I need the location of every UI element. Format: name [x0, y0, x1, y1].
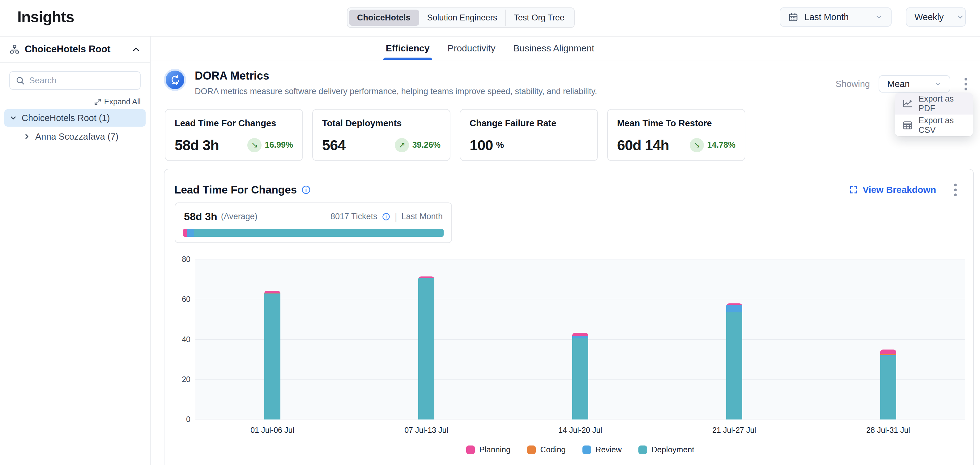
lead-time-chart — [196, 259, 965, 420]
gridline-60 — [196, 299, 965, 299]
metric-card-title: Total Deployments — [322, 118, 441, 128]
tree-node-label: Anna Scozzafava (7) — [35, 131, 118, 142]
tab-productivity[interactable]: Productivity — [447, 37, 495, 60]
dora-sprint-icon — [164, 69, 186, 91]
chevron-right-icon[interactable] — [23, 133, 31, 141]
legend-item-review: Review — [582, 445, 622, 454]
bar-segment-review — [572, 336, 588, 339]
legend-item-deployment: Deployment — [638, 445, 694, 454]
metric-card-value: 100 — [469, 136, 493, 153]
chart-x-axis: 01 Jul-06 Jul07 Jul-13 Jul14 Jul-20 Jul2… — [196, 426, 965, 435]
sidebar-title: ChoiceHotels Root — [25, 44, 126, 55]
stacked-bar[interactable] — [726, 304, 742, 420]
export-menu: Export as PDFExport as CSV — [895, 93, 973, 136]
metric-card: Total Deployments564↗39.26% — [312, 109, 450, 161]
main-area: EfficiencyProductivityBusiness Alignment — [151, 37, 980, 465]
chart-export-icon — [902, 99, 913, 109]
bar-segment-review — [726, 305, 742, 313]
view-breakdown-button[interactable]: View Breakdown — [849, 184, 936, 195]
legend-swatch — [582, 446, 591, 454]
top-bar: Insights ChoiceHotelsSolution EngineersT… — [0, 0, 980, 37]
tree-node[interactable]: ChoiceHotels Root (1) — [4, 109, 146, 126]
legend-label: Coding — [540, 445, 565, 454]
info-icon[interactable] — [301, 185, 311, 195]
stacked-bar[interactable] — [880, 350, 896, 420]
bar-segment-deployment — [264, 294, 280, 420]
y-tick-label: 0 — [186, 415, 191, 424]
stacked-bar[interactable] — [572, 333, 588, 420]
org-tree-sidebar: ChoiceHotels Root Expand All — [0, 37, 151, 465]
top-right-controls: Last Month Weekly — [780, 8, 966, 27]
dora-metrics-header: DORA Metrics DORA metrics measure softwa… — [164, 69, 597, 96]
date-range-select[interactable]: Last Month — [780, 8, 892, 27]
metric-card-title: Lead Time For Changes — [175, 118, 293, 128]
metric-delta-value: 14.78% — [707, 140, 735, 150]
expand-all-label: Expand All — [104, 97, 141, 106]
phase-segment-planning — [183, 229, 187, 237]
trend-down-icon: ↘ — [247, 138, 261, 152]
metric-card: Mean Time To Restore60d 14h↘14.78% — [607, 109, 745, 161]
metric-delta-value: 39.26% — [412, 140, 441, 150]
chevron-down-icon[interactable] — [9, 114, 18, 122]
showing-controls: Showing Mean — [836, 75, 972, 93]
stacked-bar[interactable] — [418, 276, 434, 420]
tree-node[interactable]: Anna Scozzafava (7) — [18, 128, 146, 145]
summary-period: Last Month — [401, 212, 443, 221]
legend-swatch — [638, 446, 647, 454]
metric-card: Change Failure Rate100% — [460, 109, 598, 161]
aggregation-select[interactable]: Mean — [878, 75, 950, 93]
search-input[interactable] — [29, 75, 141, 85]
metric-delta-badge: ↘14.78% — [690, 138, 735, 152]
sidebar-header: ChoiceHotels Root — [0, 37, 150, 62]
showing-label: Showing — [836, 79, 870, 89]
org-tab-label: ChoiceHotels — [357, 13, 410, 22]
bar-segment-planning — [264, 291, 280, 293]
metric-card-value-row: 100% — [469, 136, 588, 153]
collapse-sidebar-button[interactable] — [131, 45, 141, 54]
page-title: Insights — [18, 8, 74, 26]
lead-time-summary-card: 58d 3h (Average) 8017 Tickets | Last Mon… — [175, 203, 452, 243]
info-icon[interactable] — [382, 213, 390, 221]
phase-segment-review — [187, 229, 194, 237]
x-tick-label: 21 Jul-27 Jul — [657, 426, 811, 435]
tree-node-label: ChoiceHotels Root (1) — [22, 113, 110, 123]
org-tab-label: Solution Engineers — [427, 13, 498, 22]
metric-delta-badge: ↗39.26% — [395, 138, 441, 152]
bar-segment-deployment — [418, 278, 434, 420]
metric-card-value-row: 58d 3h↘16.99% — [175, 136, 293, 153]
bar-segment-deployment — [572, 339, 588, 420]
summary-qualifier: (Average) — [221, 212, 258, 221]
org-tab-choicehotels[interactable]: ChoiceHotels — [349, 10, 419, 26]
y-tick-label: 20 — [182, 375, 191, 384]
section-more-menu-button[interactable] — [948, 181, 962, 198]
efficiency-content: DORA Metrics DORA metrics measure softwa… — [151, 61, 980, 465]
trend-up-icon: ↗ — [395, 138, 409, 152]
tab-business-alignment[interactable]: Business Alignment — [513, 37, 594, 60]
legend-swatch — [466, 446, 475, 454]
org-tab-solution-engineers[interactable]: Solution Engineers — [419, 10, 506, 26]
meta-divider: | — [395, 211, 397, 222]
menu-item-export-as-pdf[interactable]: Export as PDF — [895, 93, 973, 115]
tab-efficiency[interactable]: Efficiency — [386, 37, 430, 60]
granularity-select[interactable]: Weekly — [906, 8, 966, 27]
org-tab-test-org-tree[interactable]: Test Org Tree — [506, 10, 573, 26]
summary-tickets: 8017 Tickets — [331, 212, 377, 221]
chevron-down-icon — [875, 13, 883, 21]
date-range-value: Last Month — [804, 12, 849, 22]
stacked-bar[interactable] — [264, 291, 280, 420]
legend-label: Planning — [479, 445, 511, 454]
metric-card-title: Mean Time To Restore — [617, 118, 735, 128]
legend-item-planning: Planning — [466, 445, 511, 454]
y-tick-label: 80 — [182, 255, 191, 264]
view-breakdown-label: View Breakdown — [862, 184, 936, 195]
expand-all-button[interactable]: Expand All — [94, 97, 141, 106]
chevron-down-icon — [956, 13, 964, 21]
menu-item-export-as-csv[interactable]: Export as CSV — [895, 115, 973, 136]
dora-title: DORA Metrics — [195, 69, 597, 82]
chart-legend: PlanningCodingReviewDeployment — [196, 445, 965, 454]
table-icon — [902, 120, 913, 131]
dora-more-menu-button[interactable] — [959, 75, 972, 93]
expand-corners-icon — [849, 185, 858, 195]
insight-tabs-row: EfficiencyProductivityBusiness Alignment — [151, 37, 980, 61]
x-tick-label: 01 Jul-06 Jul — [196, 426, 349, 435]
